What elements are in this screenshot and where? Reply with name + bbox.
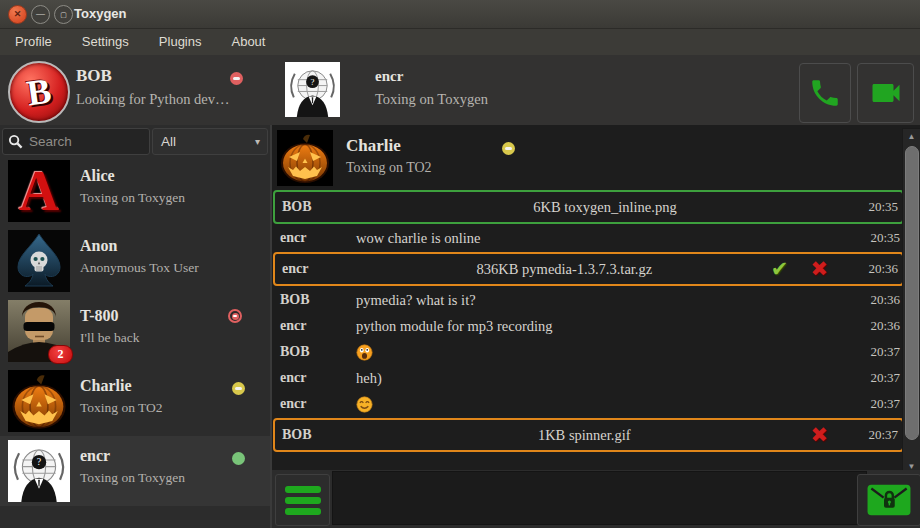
maximize-glyph: ▢ [60,11,67,18]
contact-status-message: Anonymous Tox User [80,260,199,276]
message-emoji [356,396,854,413]
smile-emoji-icon [356,396,373,413]
contact-name: Charlie [80,377,132,395]
hamburger-icon [285,508,321,515]
message-time: 20:37 [854,344,904,360]
file-transfer-row[interactable]: BOB 6KB toxygen_inline.png 20:35 [273,190,904,224]
anonymous-logo-icon: ? [8,440,70,502]
message-row: encr wow charlie is online 20:35 [273,225,904,251]
send-button[interactable] [857,474,920,526]
message-time: 20:36 [854,292,904,308]
self-busy-status-icon[interactable] [230,72,243,85]
close-glyph: ✕ [14,10,22,19]
filter-selected-value: All [153,134,255,149]
search-icon [8,134,23,149]
contact-status-message: Toxing on Toxygen [80,470,185,486]
contact-row-charlie[interactable]: Charlie Toxing on TO2 [0,366,270,436]
chevron-down-icon: ▾ [255,136,260,147]
banner-status-message: Toxing on TO2 [346,160,432,176]
minimize-icon[interactable]: — [31,5,50,24]
hamburger-icon [285,497,321,504]
contact-away-status-icon [232,382,245,395]
message-time: 20:36 [854,318,904,334]
charlie-avatar [8,370,70,432]
file-transfer-row[interactable]: BOB 1KB spinner.gif ✖ 20:37 [273,418,904,452]
message-sender: encr [273,318,356,334]
anonymous-logo-icon: ? [285,62,340,117]
self-avatar[interactable]: B [8,61,70,123]
message-input[interactable] [332,471,867,525]
menu-plugins[interactable]: Plugins [144,29,217,55]
svg-text:?: ? [311,77,315,87]
conversation-contact-banner: Charlie Toxing on TO2 [274,129,894,189]
scrollbar-thumb[interactable] [905,146,919,440]
self-avatar-letter: B [24,70,54,115]
contact-status-message: Toxing on TO2 [80,400,163,416]
message-list: BOB 6KB toxygen_inline.png 20:35 encr wo… [273,189,904,453]
message-text: python module for mp3 recording [356,318,854,335]
message-row: BOB pymedia? what is it? 20:36 [273,287,904,313]
phone-icon [808,76,842,110]
contact-status-message: I'll be back [80,330,139,346]
svg-text:?: ? [37,456,42,467]
pumpkin-icon [277,130,333,186]
file-transfer-row[interactable]: encr 836KB pymedia-1.3.7.3.tar.gz ✔ ✖ 20… [273,252,904,286]
message-time: 20:37 [852,427,902,443]
search-input[interactable] [27,133,149,150]
message-sender: encr [273,396,356,412]
contact-sidebar: All ▾ A Alice Toxing on Toxygen [0,125,270,528]
chat-area: Charlie Toxing on TO2 BOB 6KB toxygen_in… [270,125,920,528]
message-row: encr heh) 20:37 [273,365,904,391]
contact-row-alice[interactable]: A Alice Toxing on Toxygen [0,156,270,226]
alice-avatar: A [8,160,70,222]
contact-busy-new-messages-icon [228,309,242,323]
self-status-message[interactable]: Looking for Python dev… [76,91,229,108]
self-name[interactable]: BOB [76,66,112,86]
contact-row-encr[interactable]: ? encr Toxing on Toxygen [0,436,270,506]
accept-file-icon[interactable]: ✔ [771,259,789,280]
message-emoji [356,344,854,361]
contact-row-anon[interactable]: Anon Anonymous Tox User [0,226,270,296]
peer-name: encr [375,68,403,85]
message-time: 20:35 [852,199,902,215]
anon-avatar [8,230,70,292]
hamburger-icon [285,486,321,493]
spade-skull-icon [8,230,70,292]
decline-file-icon[interactable]: ✖ [810,425,828,446]
scroll-up-arrow[interactable]: ▲ [903,129,920,143]
menu-about[interactable]: About [216,29,280,55]
unread-count-badge: 2 [48,345,73,364]
minimize-glyph: — [36,10,45,19]
contact-name: Anon [80,237,117,255]
encr-avatar: ? [8,440,70,502]
shocked-emoji-icon [356,344,373,361]
file-transfer-actions: ✖ [810,425,852,446]
message-row: BOB 20:37 [273,339,904,365]
menu-bar: Profile Settings Plugins About [0,29,920,55]
maximize-icon[interactable]: ▢ [54,5,73,24]
contact-row-t800[interactable]: T-800 I'll be back 2 [0,296,270,366]
audio-call-button[interactable] [799,63,851,123]
contact-name: Alice [80,167,115,185]
menu-profile[interactable]: Profile [0,29,67,55]
toxygen-window: ✕ — ▢ Toxygen Profile Settings Plugins A… [0,0,920,528]
file-transfer-label: 1KB spinner.gif [358,427,810,444]
peer-status-message: Toxing on Toxygen [375,91,488,108]
video-call-button[interactable] [857,63,914,123]
contact-filter-dropdown[interactable]: All ▾ [152,128,268,155]
message-row: encr 20:37 [273,391,904,417]
close-icon[interactable]: ✕ [8,5,27,24]
menu-settings[interactable]: Settings [67,29,144,55]
message-sender: encr [275,261,358,277]
header: B BOB Looking for Python dev… ? encr T [0,55,920,125]
title-bar: ✕ — ▢ Toxygen [0,0,920,29]
message-sender: BOB [273,292,356,308]
composer-bar [272,470,920,528]
message-text: heh) [356,370,854,387]
message-sender: BOB [275,427,358,443]
decline-file-icon[interactable]: ✖ [810,259,828,280]
banner-avatar [277,130,333,186]
message-sender: BOB [273,344,356,360]
file-transfer-actions: ✔ ✖ [771,259,852,280]
attachments-menu-button[interactable] [275,474,330,526]
